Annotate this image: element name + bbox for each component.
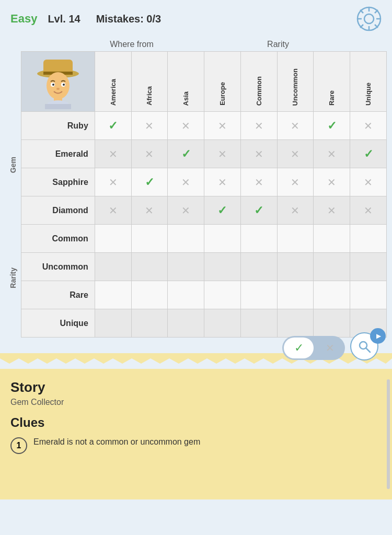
cell-diamond-america[interactable]: ✕ [95,196,131,225]
play-button[interactable]: ▶ [370,328,386,344]
cell-uncommon-africa[interactable] [131,253,168,281]
cell-common-europe[interactable] [204,225,241,253]
cell-uncommon-europe[interactable] [204,253,241,281]
cell-uncommon-asia[interactable] [168,253,204,281]
cell-common-asia[interactable] [168,225,204,253]
cell-rare-rare[interactable] [314,281,350,309]
svg-point-13 [47,72,70,99]
svg-point-20 [56,88,60,90]
cell-rare-unique[interactable] [350,281,387,309]
cell-ruby-uncommon[interactable]: ✕ [277,112,314,140]
svg-rect-15 [45,104,71,109]
confirm-icon: ✓ [294,341,304,355]
row-label-rare: Rare [21,281,95,309]
deny-icon: ✕ [326,342,335,354]
col-header-unique: Unique [350,52,387,112]
magnify-play-area: ▶ [350,332,382,364]
gem-group-label: Gem [9,157,17,173]
cell-ruby-asia[interactable]: ✕ [168,112,204,140]
col-header-africa: Africa [131,52,168,112]
col-header-asia: Asia [168,52,204,112]
clue-item: 1 Emerald is not a common or uncommon ge… [10,436,382,454]
where-from-label: Where from [73,38,190,51]
cell-uncommon-unique[interactable] [350,253,387,281]
cell-diamond-uncommon[interactable]: ✕ [277,196,314,225]
col-header-rare: Rare [314,52,350,112]
table-row: Emerald✕✕✓✕✕✕✕✓ [21,140,387,168]
cell-unique-asia[interactable] [168,309,204,338]
cell-uncommon-common[interactable] [240,253,277,281]
table-row: Ruby✓✕✕✕✕✕✓✕ [21,112,387,140]
level-label: Lvl. 14 [48,13,80,25]
cell-emerald-africa[interactable]: ✕ [131,140,168,168]
cell-common-america[interactable] [95,225,131,253]
cell-rare-common[interactable] [240,281,277,309]
cell-rare-america[interactable] [95,281,131,309]
cell-unique-africa[interactable] [131,309,168,338]
cell-common-common[interactable] [240,225,277,253]
cell-sapphire-unique[interactable]: ✕ [350,168,387,196]
difficulty-label: Easy [10,12,37,26]
cell-sapphire-rare[interactable]: ✕ [314,168,350,196]
cell-diamond-rare[interactable]: ✕ [314,196,350,225]
cell-unique-common[interactable] [240,309,277,338]
col-header-common: Common [240,52,277,112]
confirm-button[interactable]: ✓ [284,338,314,358]
cell-emerald-rare[interactable]: ✕ [314,140,350,168]
cell-emerald-uncommon[interactable]: ✕ [277,140,314,168]
cell-emerald-america[interactable]: ✕ [95,140,131,168]
col-header-europe: Europe [204,52,241,112]
row-label-unique: Unique [21,309,95,338]
cell-ruby-rare[interactable]: ✓ [314,112,350,140]
cell-diamond-unique[interactable]: ✕ [350,196,387,225]
cell-sapphire-europe[interactable]: ✕ [204,168,241,196]
confirm-deny-pill: ✓ ✕ [282,336,345,360]
cell-sapphire-america[interactable]: ✕ [95,168,131,196]
rarity-group-label: Rarity [9,268,17,288]
cell-unique-america[interactable] [95,309,131,338]
cell-common-uncommon[interactable] [277,225,314,253]
cell-uncommon-america[interactable] [95,253,131,281]
play-icon: ▶ [376,332,381,340]
cell-rare-africa[interactable] [131,281,168,309]
cell-diamond-europe[interactable]: ✓ [204,196,241,225]
grid-container: Where from Rarity Gem Rarity [0,38,392,338]
cell-common-africa[interactable] [131,225,168,253]
cell-emerald-asia[interactable]: ✓ [168,140,204,168]
table-row: Rare [21,281,387,309]
cell-ruby-africa[interactable]: ✕ [131,112,168,140]
cell-sapphire-uncommon[interactable]: ✕ [277,168,314,196]
cell-sapphire-common[interactable]: ✕ [240,168,277,196]
cell-rare-europe[interactable] [204,281,241,309]
cell-rare-uncommon[interactable] [277,281,314,309]
cell-unique-europe[interactable] [204,309,241,338]
clues-title: Clues [10,415,382,430]
clue-text: Emerald is not a common or uncommon gem [33,436,200,448]
cell-emerald-unique[interactable]: ✓ [350,140,387,168]
cell-ruby-america[interactable]: ✓ [95,112,131,140]
scrollbar[interactable] [387,379,390,489]
table-row: Common [21,225,387,253]
row-label-ruby: Ruby [21,112,95,140]
settings-icon[interactable] [356,6,382,31]
svg-point-18 [52,84,54,86]
cell-ruby-unique[interactable]: ✕ [350,112,387,140]
cell-ruby-europe[interactable]: ✕ [204,112,241,140]
cell-diamond-africa[interactable]: ✕ [131,196,168,225]
col-header-america: America [95,52,131,112]
action-buttons-area: ✓ ✕ ▶ [282,332,382,364]
cell-ruby-common[interactable]: ✕ [240,112,277,140]
cell-common-rare[interactable] [314,225,350,253]
cell-sapphire-asia[interactable]: ✕ [168,168,204,196]
deny-button[interactable]: ✕ [315,342,345,354]
row-label-sapphire: Sapphire [21,168,95,196]
cell-uncommon-rare[interactable] [314,253,350,281]
cell-uncommon-uncommon[interactable] [277,253,314,281]
cell-sapphire-africa[interactable]: ✓ [131,168,168,196]
cell-emerald-common[interactable]: ✕ [240,140,277,168]
cell-rare-asia[interactable] [168,281,204,309]
cell-emerald-europe[interactable]: ✕ [204,140,241,168]
cell-diamond-common[interactable]: ✓ [240,196,277,225]
cell-diamond-asia[interactable]: ✕ [168,196,204,225]
cell-common-unique[interactable] [350,225,387,253]
